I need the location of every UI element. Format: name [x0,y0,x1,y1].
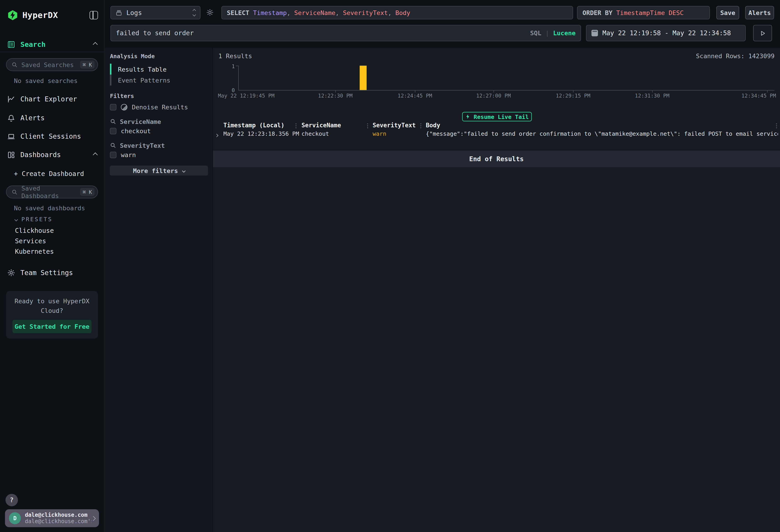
sidebar-item-label: Team Settings [20,269,73,277]
brand-name: HyperDX [22,10,58,20]
chart-icon [7,95,15,103]
col-body[interactable]: Body [426,122,440,129]
chevron-down-icon [14,217,18,221]
user-menu[interactable]: D dale@clickhouse.com dale@clickhouse.co… [5,509,99,527]
play-icon [759,30,766,37]
source-select[interactable]: Logs [110,6,201,19]
saved-searches-placeholder: Saved Searches [21,61,80,68]
sidebar-item-label: Alerts [20,114,45,122]
help-button[interactable]: ? [5,494,18,506]
time-range-value: May 22 12:19:58 - May 22 12:34:58 [602,29,731,37]
preset-kubernetes[interactable]: Kubernetes [15,248,54,255]
get-started-button[interactable]: Get Started for Free [12,320,92,333]
scanned-rows: Scanned Rows: 1423099 [696,52,775,60]
filter-group-servicename: ServiceName [110,118,161,125]
search-query-input[interactable]: failed to send order SQL | Lucene [110,25,581,41]
filter-group-severitytext: SeverityText [110,142,165,149]
select-columns-input[interactable]: SELECT Timestamp, ServiceName, SeverityT… [221,6,573,19]
run-query-button[interactable] [753,25,772,41]
x-tick-label: 12:22:30 PM [318,93,352,98]
filter-option-label[interactable]: warn [121,151,136,159]
col-severitytext[interactable]: SeverityText [373,122,416,129]
hyperdx-logo-icon [7,9,18,21]
table-row[interactable]: May 22 12:23:18.356 PM checkout warn {"m… [213,130,780,138]
saved-dashboards-input[interactable]: Saved Dashboards ⌘ K [6,186,98,198]
saved-searches-input[interactable]: Saved Searches ⌘ K [6,58,98,71]
cell-body: {"message":"failed to send order confirm… [426,130,778,137]
table-header: Timestamp (Local) ServiceName SeverityTe… [213,122,780,130]
gear-icon[interactable] [206,8,214,16]
column-menu-icon[interactable] [420,124,421,129]
results-panel: 1 Results Scanned Rows: 1423099 1 0 May … [212,48,780,532]
x-tick-label: May 22 12:19:45 PM [218,93,275,98]
sidebar-item-client-sessions[interactable]: Client Sessions [0,131,104,142]
warn-checkbox[interactable] [110,152,116,158]
order-by-value: TimestampTime DESC [616,9,684,16]
cell-severitytext: warn [373,130,386,137]
search-icon [11,189,18,195]
sidebar-item-team-settings[interactable]: Team Settings [0,267,104,278]
user-email: dale@clickhouse.com [25,512,91,518]
cell-timestamp: May 22 12:23:18.356 PM [223,130,299,137]
filter-option-warn: warn [110,151,136,159]
col-timestamp[interactable]: Timestamp (Local) [223,122,285,129]
table-options-icon[interactable] [776,124,777,129]
preset-clickhouse[interactable]: Clickhouse [15,227,54,234]
no-saved-searches-text: No saved searches [14,77,78,85]
shortcut-badge: ⌘ K [80,188,94,196]
sidebar-item-dashboards[interactable]: Dashboards [0,149,104,160]
checkout-checkbox[interactable] [110,128,116,134]
save-button[interactable]: Save [716,6,739,19]
lucene-toggle[interactable]: Lucene [553,29,576,37]
database-icon [115,9,123,16]
denoise-checkbox[interactable] [110,104,116,110]
lightning-icon [465,114,471,119]
search-list-icon [7,40,15,48]
end-of-results-banner: End of Results [213,151,780,167]
more-filters-button[interactable]: More filters [110,165,208,176]
gear-icon [7,268,15,277]
resume-live-tail-button[interactable]: Resume Live Tail [462,112,532,122]
results-histogram[interactable]: 1 0 May 22 12:19:45 PM 12:22:30 PM 12:24… [213,61,780,100]
time-range-picker[interactable]: May 22 12:19:58 - May 22 12:34:58 [586,25,746,41]
search-icon [110,142,116,149]
no-saved-dashboards-text: No saved dashboards [14,204,85,212]
col-servicename[interactable]: ServiceName [301,122,341,129]
x-tick-label: 12:31:30 PM [635,93,670,98]
mode-results-table[interactable]: Results Table [110,64,204,75]
sql-field: Body [395,9,410,16]
chevron-up-icon [93,42,98,47]
collapse-sidebar-icon[interactable] [90,11,98,19]
search-icon [11,61,18,68]
filter-option-label[interactable]: checkout [121,127,151,135]
sidebar-item-alerts[interactable]: Alerts [0,112,104,123]
dashboards-icon [7,150,15,159]
alerts-button[interactable]: Alerts [745,6,774,19]
presets-header[interactable]: PRESETS [15,216,53,223]
sidebar-item-chart-explorer[interactable]: Chart Explorer [0,93,104,104]
sidebar: HyperDX Search Saved Searches ⌘ K No sav… [0,0,104,532]
order-by-input[interactable]: ORDER BY TimestampTime DESC [577,6,710,19]
preset-services[interactable]: Services [15,237,46,245]
histogram-bar[interactable] [360,66,367,90]
denoise-icon [121,104,127,110]
expand-row-icon[interactable] [215,132,218,139]
presets-label: PRESETS [21,216,53,223]
sidebar-item-label: Search [20,40,46,48]
sql-field: SeverityText [343,9,388,16]
mode-event-patterns[interactable]: Event Patterns [110,75,204,86]
column-menu-icon[interactable] [367,124,368,129]
cloud-promo-card: Ready to use HyperDX Cloud? Get Started … [6,291,98,339]
shortcut-badge: ⌘ K [80,61,94,69]
sidebar-item-label: Chart Explorer [20,95,77,103]
x-tick-label: 12:27:00 PM [476,93,511,98]
column-menu-icon[interactable] [295,124,296,129]
sidebar-item-search[interactable]: Search [0,39,104,50]
create-dashboard-button[interactable]: + Create Dashboard [14,170,84,178]
saved-dashboards-placeholder: Saved Dashboards [21,185,80,200]
denoise-filter-row: Denoise Results [110,103,188,111]
sql-field: Timestamp [253,9,287,16]
denoise-label: Denoise Results [132,103,188,111]
sidebar-item-label: Dashboards [20,151,61,159]
sql-toggle[interactable]: SQL [530,29,541,37]
